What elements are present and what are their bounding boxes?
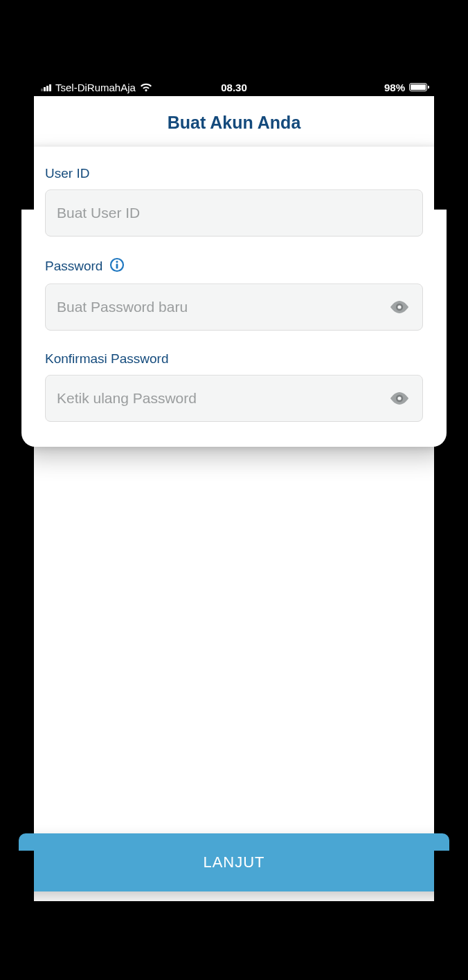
svg-rect-2 (116, 264, 118, 268)
clock-label: 08.30 (221, 82, 247, 93)
password-field: Password (45, 257, 423, 331)
decorative-bar (434, 851, 468, 934)
decorative-bar (0, 477, 34, 560)
decorative-bar (434, 127, 468, 210)
battery-percent-label: 98% (384, 82, 405, 93)
toggle-password-visibility-icon[interactable] (388, 295, 411, 319)
svg-point-4 (397, 305, 401, 308)
decorative-bar (434, 477, 468, 560)
page-title: Buat Akun Anda (34, 113, 434, 133)
account-form-card: User ID Password (21, 147, 447, 447)
user-id-label: User ID (45, 166, 89, 181)
confirm-password-label: Konfirmasi Password (45, 351, 168, 367)
password-input[interactable] (57, 299, 388, 315)
info-icon[interactable] (109, 257, 125, 275)
wifi-icon (140, 83, 152, 92)
svg-point-1 (116, 261, 118, 263)
page-header: Buat Akun Anda (34, 96, 434, 147)
svg-point-6 (397, 396, 401, 400)
battery-icon (409, 83, 427, 91)
decorative-bar (0, 851, 34, 934)
user-id-input[interactable] (57, 205, 411, 221)
continue-button[interactable]: LANJUT (19, 833, 449, 891)
password-label: Password (45, 259, 102, 274)
signal-icon (41, 83, 51, 91)
confirm-password-field: Konfirmasi Password (45, 351, 423, 422)
confirm-password-input[interactable] (57, 390, 388, 407)
phone-frame: Tsel-DiRumahAja 08.30 98% Buat Akun Anda (34, 78, 434, 901)
status-bar: Tsel-DiRumahAja 08.30 98% (34, 78, 434, 96)
toggle-confirm-password-visibility-icon[interactable] (388, 387, 411, 410)
user-id-field: User ID (45, 166, 423, 237)
carrier-label: Tsel-DiRumahAja (55, 82, 136, 93)
decorative-bar (0, 127, 34, 210)
